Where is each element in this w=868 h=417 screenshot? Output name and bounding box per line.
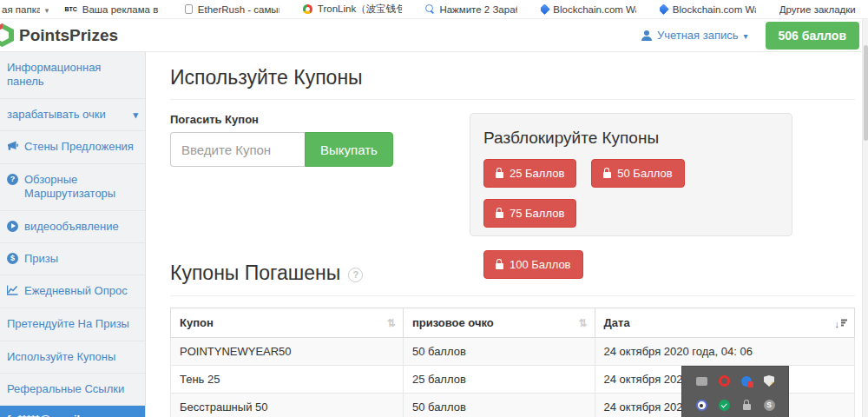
coupon-input[interactable]	[170, 132, 305, 167]
column-header-coupon[interactable]: Купон	[171, 308, 404, 338]
sidebar-item-label: Ежедневный Опрос	[24, 284, 138, 298]
bullhorn-icon	[7, 141, 18, 155]
page-title: Используйте Купоны	[170, 66, 855, 100]
unlock-100-points-button[interactable]: 100 Баллов	[483, 250, 583, 279]
help-icon[interactable]	[348, 268, 363, 282]
table-row: POINTYNEWYEAR50 50 баллов 24 октября 202…	[171, 338, 855, 366]
bookmark-item[interactable]: Blockchain.com Wa	[541, 4, 636, 15]
unlock-75-points-button[interactable]: 75 Баллов	[483, 199, 576, 228]
bookmark-item[interactable]: BTC Ваша реклама в с	[64, 4, 161, 15]
cell-points: 50 баллов	[403, 394, 595, 417]
sidebar-item-label: Обзорные Маршрутизаторы	[24, 173, 138, 202]
unlock-coupons-panel: Разблокируйте Купоны 25 Баллов 50 Баллов	[470, 113, 792, 236]
pointsprizes-hexagon-icon	[0, 23, 14, 47]
column-header-date[interactable]: Дата	[595, 308, 854, 338]
cell-points: 50 баллов	[403, 338, 595, 366]
bookmark-label: EtherRush - самый	[198, 4, 280, 15]
tronlink-icon	[303, 4, 312, 14]
sidebar-item-label: видеообъявление	[24, 220, 138, 234]
unlock-coupons-title: Разблокируйте Купоны	[483, 129, 779, 148]
search-icon	[425, 4, 434, 14]
cell-points: 25 баллов	[403, 366, 595, 394]
lock-icon	[496, 172, 503, 178]
blockchain-icon	[541, 4, 550, 15]
bookmark-label: Blockchain.com Wa	[673, 4, 756, 15]
bookmark-item[interactable]: EtherRush - самый	[185, 4, 279, 15]
shield-warning-icon[interactable]	[764, 375, 774, 387]
unlock-button-label: 75 Баллов	[510, 207, 564, 220]
sidebar-item-earn-points[interactable]: зарабатывать очки	[0, 99, 145, 131]
bookmark-item[interactable]: Нажмите 2 Зараб	[425, 4, 517, 15]
sidebar-item-use-coupons[interactable]: Используйте Купоны	[0, 341, 145, 374]
bookmark-label: Blockchain.com Wa	[553, 4, 636, 15]
account-menu[interactable]: Учетная запись	[641, 29, 748, 42]
sidebar-item-claim-prizes[interactable]: Претендуйте На Призы	[0, 308, 145, 341]
sidebar-item-prizes[interactable]: Призы	[0, 243, 145, 275]
lock-icon	[603, 172, 611, 178]
opera-icon[interactable]	[719, 375, 730, 387]
media-player-icon[interactable]	[696, 400, 707, 411]
sidebar-item-label: Призы	[24, 252, 138, 266]
other-bookmarks-label: Другие закладки	[779, 4, 856, 15]
account-label: Учетная запись	[657, 29, 739, 42]
sidebar-item-offer-walls[interactable]: Стены Предложения	[0, 131, 145, 164]
chat-icon[interactable]	[696, 377, 707, 386]
sidebar-item-survey-routers[interactable]: Обзорные Маршрутизаторы	[0, 164, 145, 211]
money-icon	[7, 253, 18, 264]
bookmark-label: TronLink（波宝钱包	[318, 3, 402, 16]
chevron-down-icon	[133, 108, 138, 122]
unlock-25-points-button[interactable]: 25 Баллов	[483, 159, 576, 188]
sort-icon	[387, 317, 396, 329]
lock-icon	[496, 263, 503, 269]
page: ая папка BTC Ваша реклама в с EtherRush …	[0, 0, 868, 417]
bonus-notification[interactable]: fo*****@gmail.com Offer Bonus Points	[0, 406, 145, 417]
redeem-coupon-label: Погасить Купон	[170, 113, 470, 126]
antivirus-check-icon[interactable]	[719, 400, 730, 411]
sidebar-item-label: зарабатывать очки	[7, 108, 127, 122]
unlock-50-points-button[interactable]: 50 Баллов	[591, 159, 684, 188]
chart-icon	[7, 285, 18, 299]
brand-logo[interactable]: PointsPrizes	[0, 23, 118, 47]
points-balance-badge[interactable]: 506 баллов	[766, 22, 859, 50]
scrollbar-thumb[interactable]	[864, 45, 868, 141]
bookmark-item[interactable]: Blockchain.com Wa	[660, 4, 755, 15]
sidebar-item-dashboard[interactable]: Информационная панель	[0, 52, 145, 99]
column-label: Дата	[604, 316, 630, 329]
sidebar-item-label: Реферальные Ссылки	[7, 382, 138, 396]
lock-icon[interactable]	[743, 404, 751, 410]
sidebar-item-video-ads[interactable]: видеообъявление	[0, 211, 145, 243]
main-content: Используйте Купоны Погасить Купон Выкупа…	[146, 52, 868, 417]
column-header-points[interactable]: призовое очко	[403, 308, 595, 338]
proxy-app-icon[interactable]	[741, 376, 752, 387]
bookmark-label: Ваша реклама в с	[82, 4, 161, 15]
cell-date: 24 октября 2020 года, 04: 06	[595, 338, 854, 366]
sidebar-item-daily-poll[interactable]: Ежедневный Опрос	[0, 275, 145, 308]
redeem-button[interactable]: Выкупать	[305, 132, 393, 167]
page-icon	[185, 4, 193, 14]
sidebar: Информационная панель зарабатывать очки …	[0, 52, 146, 417]
play-circle-icon	[7, 221, 18, 232]
bookmark-folder-label: ая папка	[2, 4, 40, 15]
brand-name: PointsPrizes	[19, 26, 118, 45]
bookmarks-bar: ая папка BTC Ваша реклама в с EtherRush …	[0, 0, 868, 19]
question-circle-icon	[7, 174, 18, 185]
sidebar-item-referral-links[interactable]: Реферальные Ссылки	[0, 374, 145, 406]
chevron-down-icon	[744, 29, 748, 42]
btc-icon: BTC	[64, 6, 76, 12]
blockchain-icon	[660, 4, 669, 15]
skype-icon[interactable]: S	[764, 400, 775, 411]
cell-coupon: Бесстрашный 50	[171, 394, 404, 417]
other-bookmarks-button[interactable]: Другие закладки	[779, 4, 859, 15]
chevron-down-icon	[45, 4, 49, 15]
bookmark-item[interactable]: TronLink（波宝钱包	[303, 3, 402, 16]
cell-coupon: POINTYNEWYEAR50	[171, 338, 404, 366]
sort-descending-icon	[835, 316, 848, 329]
redeemed-coupons-title: Купоны Погашены	[170, 261, 340, 285]
cell-coupon: Тень 25	[171, 366, 404, 394]
bookmark-folder[interactable]: ая папка	[2, 4, 49, 15]
sort-icon	[578, 317, 587, 329]
system-tray-popup: S	[682, 367, 788, 417]
scrollbar[interactable]	[862, 19, 868, 417]
bookmark-label: Нажмите 2 Зараб	[439, 4, 516, 15]
sidebar-item-label: Используйте Купоны	[7, 350, 138, 364]
